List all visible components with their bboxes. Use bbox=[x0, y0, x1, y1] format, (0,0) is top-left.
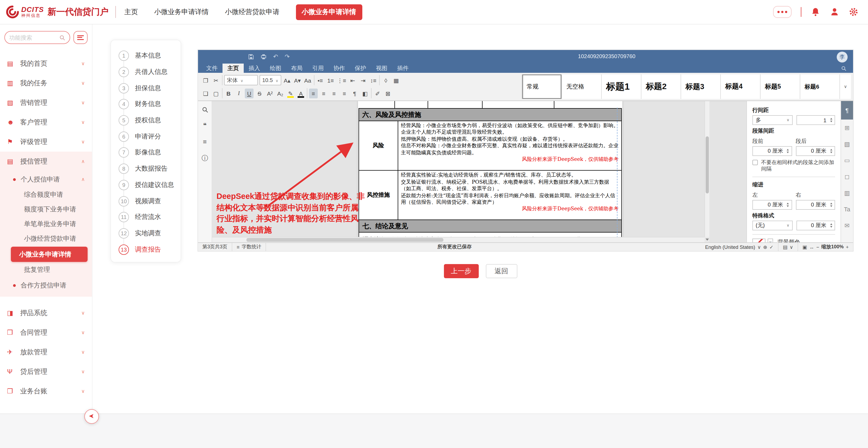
indent-right-spinner[interactable]: 0 厘米 bbox=[796, 200, 835, 210]
step-item[interactable]: 10 视频调查 bbox=[119, 193, 181, 209]
sidebar-group-item[interactable]: ✈ 放款管理 ∨ bbox=[0, 342, 92, 362]
grow-font-icon[interactable]: A▴ bbox=[283, 75, 291, 85]
step-item[interactable]: 8 大数据报告 bbox=[119, 161, 181, 177]
multilevel-list-icon[interactable]: ⋮≡ bbox=[337, 75, 346, 85]
previous-step-button[interactable]: 上一步 bbox=[444, 264, 478, 278]
format-painter-icon[interactable]: ✐ bbox=[373, 88, 382, 98]
bullet-list-icon[interactable]: •≡ bbox=[316, 75, 324, 85]
step-item[interactable]: 6 申请评分 bbox=[119, 129, 181, 144]
user-profile-icon[interactable] bbox=[829, 7, 839, 17]
style-item[interactable]: 标题1 bbox=[602, 74, 642, 99]
editor-menu-tab[interactable]: 插件 bbox=[392, 64, 413, 73]
style-item[interactable]: 标题3 bbox=[681, 74, 721, 99]
justify-icon[interactable]: ≡ bbox=[340, 88, 349, 98]
step-item[interactable]: 13 调查报告 bbox=[119, 242, 181, 257]
mail-merge-icon[interactable]: ✉ bbox=[841, 217, 853, 234]
special-format-spinner[interactable]: 0 厘米 bbox=[797, 220, 835, 230]
sidebar-item-partner-credit-apply[interactable]: 合作方授信申请 bbox=[0, 277, 92, 294]
strikethrough-icon[interactable]: S bbox=[255, 88, 264, 98]
spacing-before-spinner[interactable]: 0 厘米 bbox=[752, 146, 792, 156]
shading-color-icon[interactable]: ▦ bbox=[392, 75, 400, 85]
editor-menu-tab[interactable]: 协作 bbox=[329, 64, 350, 73]
editor-menu-tab[interactable]: 引用 bbox=[307, 64, 329, 73]
step-item[interactable]: 12 实地调查 bbox=[119, 225, 181, 241]
nav-tab[interactable]: 小微业务申请详情 bbox=[296, 4, 362, 20]
vertical-scrollbar[interactable] bbox=[705, 101, 709, 237]
sidebar-collapse-button[interactable] bbox=[73, 31, 88, 44]
align-center-icon[interactable]: ≡ bbox=[319, 88, 328, 98]
align-left-icon[interactable]: ≡ bbox=[309, 88, 318, 98]
step-item[interactable]: 3 担保信息 bbox=[119, 80, 181, 96]
step-item[interactable]: 1 基本信息 bbox=[119, 48, 181, 64]
comments-icon[interactable]: ❝ bbox=[201, 122, 209, 129]
sidebar-leaf-item[interactable]: 小微业务申请详情 bbox=[11, 247, 88, 262]
editor-menu-tab[interactable]: 绘图 bbox=[265, 64, 286, 73]
zoom-in-button[interactable]: + bbox=[846, 244, 849, 250]
separator[interactable] bbox=[222, 88, 222, 98]
step-item[interactable]: 11 经营流水 bbox=[119, 209, 181, 225]
language-select[interactable]: English (United States) ∨ ⊕ ✓ bbox=[701, 243, 778, 251]
sidebar-leaf-item[interactable]: 额度项下业务申请 bbox=[0, 202, 92, 217]
sidebar-group-item[interactable]: ▧ 营销管理 ∨ bbox=[0, 93, 92, 112]
paste-icon[interactable]: ❏ bbox=[201, 88, 210, 98]
chart-settings-icon[interactable]: ▥ bbox=[841, 185, 853, 201]
increase-indent-icon[interactable]: ⇥ bbox=[359, 75, 367, 85]
step-item[interactable]: 4 财务信息 bbox=[119, 96, 181, 112]
line-spacing-icon[interactable]: ↕≡ bbox=[369, 75, 377, 85]
select-icon[interactable]: ▢ bbox=[212, 88, 220, 98]
notifications-bell-icon[interactable] bbox=[810, 7, 820, 17]
sidebar-group-item[interactable]: ◨ 押品系统 ∨ bbox=[0, 303, 92, 323]
special-format-select[interactable]: (无)∨ bbox=[752, 220, 793, 230]
page-indicator[interactable]: 第3页共3页 bbox=[198, 243, 232, 251]
line-spacing-select[interactable]: 多∨ bbox=[752, 115, 793, 125]
sidebar-group-item[interactable]: ❒ 合同管理 ∨ bbox=[0, 323, 92, 342]
paragraph-marks-icon[interactable]: ¶ bbox=[350, 88, 359, 98]
zoom-out-button[interactable]: − bbox=[816, 244, 819, 250]
sidebar-leaf-item[interactable]: 小微经营贷款申请 bbox=[0, 232, 92, 246]
paragraph-settings-icon[interactable]: ¶ bbox=[841, 101, 853, 119]
fit-width-icon[interactable]: ↔ bbox=[809, 244, 814, 250]
editor-menu-tab[interactable]: 保护 bbox=[350, 64, 371, 73]
sidebar-search-input[interactable] bbox=[9, 34, 47, 41]
sidebar-group-item[interactable]: ⚑ 评级管理 ∨ bbox=[0, 132, 92, 151]
sidebar-item-personal-credit-apply[interactable]: 个人授信申请 ∧ bbox=[0, 171, 92, 187]
editor-search-icon[interactable] bbox=[841, 66, 846, 71]
italic-icon[interactable]: I bbox=[235, 88, 243, 98]
background-color-swatch[interactable] bbox=[752, 239, 766, 242]
image-settings-icon[interactable]: ▧ bbox=[841, 136, 853, 152]
sidebar-leaf-item[interactable]: 综合额度申请 bbox=[0, 187, 92, 202]
editor-menu-tab[interactable]: 插入 bbox=[244, 64, 265, 73]
highlight-color-icon[interactable]: ✎ bbox=[286, 88, 295, 98]
editor-menu-tab[interactable]: 主页 bbox=[222, 64, 244, 73]
fit-page-icon[interactable]: ▣ bbox=[802, 244, 807, 250]
sidebar-item-credit-management[interactable]: ▤ 授信管理 ∧ bbox=[0, 151, 92, 171]
textart-settings-icon[interactable]: Ta bbox=[841, 201, 853, 217]
subscript-icon[interactable]: A₂ bbox=[276, 88, 284, 98]
find-icon[interactable] bbox=[202, 106, 208, 113]
redo-icon[interactable]: ↷ bbox=[284, 54, 289, 60]
more-actions-icon[interactable] bbox=[773, 6, 791, 18]
review-mode-button[interactable]: ▤ ∨ bbox=[778, 243, 798, 251]
step-item[interactable]: 9 授信建议信息 bbox=[119, 177, 181, 193]
separator[interactable] bbox=[314, 75, 314, 85]
separator[interactable] bbox=[371, 88, 372, 98]
sidebar-group-item[interactable]: ▥ 我的任务 ∨ bbox=[0, 73, 92, 93]
undo-icon[interactable]: ↶ bbox=[273, 54, 278, 60]
table-settings-icon[interactable]: ⊞ bbox=[841, 119, 853, 136]
underline-icon[interactable]: U bbox=[245, 88, 253, 98]
cut-icon[interactable]: ✂ bbox=[212, 75, 220, 85]
style-item[interactable]: 无空格 bbox=[562, 74, 602, 99]
spellcheck-icon[interactable]: ✓ bbox=[770, 244, 774, 250]
sidebar-leaf-item[interactable]: 单笔单批业务申请 bbox=[0, 217, 92, 232]
editor-menu-tab[interactable]: 文件 bbox=[201, 64, 222, 73]
same-style-spacing-checkbox[interactable]: 不要在相同样式的段落之间添加间隔 bbox=[752, 159, 835, 173]
superscript-icon[interactable]: A² bbox=[266, 88, 274, 98]
spacing-after-spinner[interactable]: 0 厘米 bbox=[796, 146, 835, 156]
decrease-indent-icon[interactable]: ⇤ bbox=[348, 75, 357, 85]
styles-more-button[interactable]: ∨ bbox=[840, 74, 851, 99]
page-fill-icon[interactable]: ◧ bbox=[361, 88, 369, 98]
style-item[interactable]: 标题4 bbox=[721, 74, 761, 99]
sidebar-leaf-item[interactable]: 批复管理 bbox=[0, 263, 92, 277]
editor-menu-tab[interactable]: 布局 bbox=[286, 64, 307, 73]
separator[interactable] bbox=[379, 75, 380, 85]
